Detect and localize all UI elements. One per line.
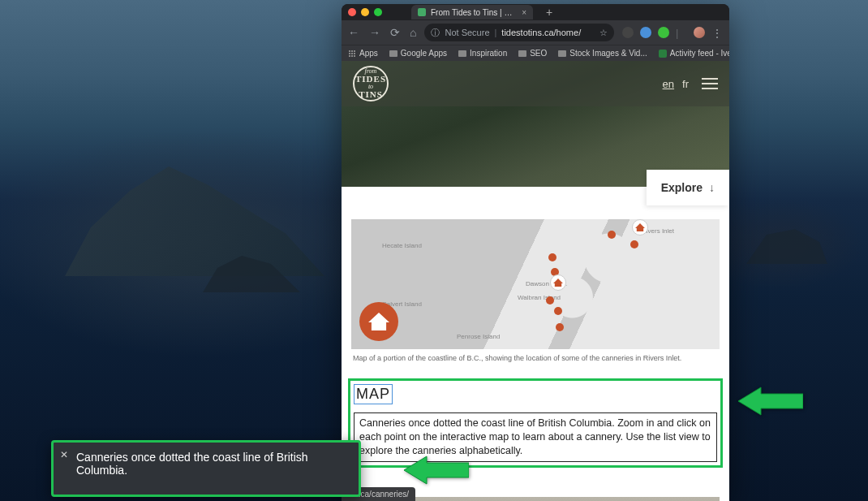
home-icon[interactable]: ⌂ (410, 26, 416, 39)
back-icon[interactable]: ← (348, 26, 359, 39)
profile-avatar-icon[interactable] (694, 27, 705, 38)
menu-hamburger-icon[interactable] (702, 78, 718, 89)
maximize-window-icon[interactable] (374, 8, 382, 16)
map-label: Penrose Island (457, 333, 500, 340)
annotation-arrow-icon (404, 453, 469, 487)
site-logo[interactable]: from TIDES to TINS (353, 66, 389, 101)
language-switcher: en fr (663, 78, 689, 90)
extension-icon[interactable] (622, 27, 634, 38)
site-header: from TIDES to TINS en fr (342, 61, 729, 106)
lang-en-link[interactable]: en (663, 78, 674, 90)
security-label: Not Secure (445, 28, 489, 37)
apps-grid-icon (348, 50, 356, 58)
map-badge-icon[interactable] (359, 302, 398, 341)
svg-marker-0 (738, 387, 803, 415)
nav-bar: ← → ⟳ ⌂ ⓘ Not Secure | tidestotins.ca/ho… (342, 20, 729, 45)
map-marker-selected[interactable] (632, 219, 648, 235)
bookmarks-bar: Apps Google Apps Inspiration SEO Stock I… (342, 45, 729, 61)
folder-icon (458, 50, 466, 57)
site-icon (659, 50, 667, 58)
window-controls (348, 8, 382, 16)
page-scroll[interactable]: from TIDES to TINS en fr Explore ↓ (342, 61, 729, 501)
tab-close-icon[interactable]: × (522, 8, 526, 17)
map-marker[interactable] (608, 231, 616, 239)
address-bar[interactable]: ⓘ Not Secure | tidestotins.ca/home/ ☆ (424, 24, 614, 41)
forward-icon[interactable]: → (369, 26, 380, 39)
svg-marker-1 (404, 456, 469, 484)
bookmark-star-icon[interactable]: ☆ (599, 28, 608, 38)
bookmark-label: Activity feed - Ivers... (670, 49, 729, 58)
url-text: tidestotins.ca/home/ (501, 28, 581, 37)
tooltip-text: Canneries once dotted the coast line of … (76, 451, 308, 477)
folder-icon (558, 50, 566, 57)
bookmark-item[interactable]: Activity feed - Ivers... (659, 49, 729, 58)
bookmark-label: Apps (359, 49, 378, 58)
annotation-arrow-icon (738, 384, 803, 418)
map-marker[interactable] (630, 240, 638, 248)
map-label: Walbran Island (518, 294, 561, 301)
reload-icon[interactable]: ⟳ (390, 26, 400, 39)
bookmark-folder[interactable]: Stock Images & Vid... (558, 49, 647, 58)
bookmark-label: Stock Images & Vid... (569, 49, 647, 58)
map-marker[interactable] (556, 323, 564, 331)
map-marker[interactable] (554, 307, 562, 315)
bookmark-folder[interactable]: Google Apps (389, 49, 447, 58)
bookmark-label: SEO (530, 49, 547, 58)
lang-fr-link[interactable]: fr (682, 78, 689, 90)
site-info-icon[interactable]: ⓘ (431, 27, 440, 39)
bookmark-folder[interactable]: Inspiration (458, 49, 507, 58)
annotation-tooltip: ✕ Canneries once dotted the coast line o… (51, 440, 361, 497)
tab-title: From Tides to Tins | Salmon can (431, 8, 517, 17)
explore-label: Explore (661, 181, 703, 194)
bookmark-label: Inspiration (470, 49, 507, 58)
tooltip-close-icon[interactable]: ✕ (60, 449, 68, 460)
bookmark-apps[interactable]: Apps (348, 49, 378, 58)
folder-icon (389, 50, 397, 57)
bookmark-folder[interactable]: SEO (518, 49, 547, 58)
browser-window: From Tides to Tins | Salmon can × + ← → … (342, 4, 729, 501)
hero-image: from TIDES to TINS en fr Explore ↓ (342, 61, 729, 187)
close-window-icon[interactable] (348, 8, 356, 16)
browser-tab[interactable]: From Tides to Tins | Salmon can × (411, 5, 533, 19)
map-marker-selected[interactable] (550, 274, 566, 291)
extension-icon[interactable] (658, 27, 669, 38)
map-section: Hecate Island Calvert Island Penrose Isl… (342, 187, 729, 367)
map-marker[interactable] (548, 253, 556, 261)
arrow-down-icon: ↓ (709, 181, 715, 194)
map-marker[interactable] (546, 296, 554, 304)
logo-text: TINS (359, 90, 383, 99)
section-heading: MAP (356, 386, 390, 403)
browser-menu-icon[interactable]: ⋮ (711, 27, 723, 38)
bookmark-label: Google Apps (401, 49, 447, 58)
heading-selection: MAP (354, 384, 393, 404)
extension-icon[interactable] (640, 27, 651, 38)
tab-favicon-icon (418, 8, 426, 16)
nav-controls: ← → ⟳ ⌂ (348, 26, 416, 39)
page-viewport: from TIDES to TINS en fr Explore ↓ (342, 61, 729, 501)
map-label: Hecate Island (382, 242, 422, 249)
folder-icon (518, 50, 526, 57)
new-tab-button[interactable]: + (546, 6, 552, 19)
minimize-window-icon[interactable] (361, 8, 369, 16)
coastline-map[interactable]: Hecate Island Calvert Island Penrose Isl… (351, 219, 720, 349)
extension-icons: | ⋮ (622, 27, 723, 38)
tab-strip: From Tides to Tins | Salmon can × + (342, 4, 729, 20)
explore-button[interactable]: Explore ↓ (647, 170, 729, 205)
map-caption: Map of a portion of the coastline of B.C… (351, 349, 720, 362)
section-paragraph: Canneries once dotted the coast line of … (359, 417, 711, 456)
